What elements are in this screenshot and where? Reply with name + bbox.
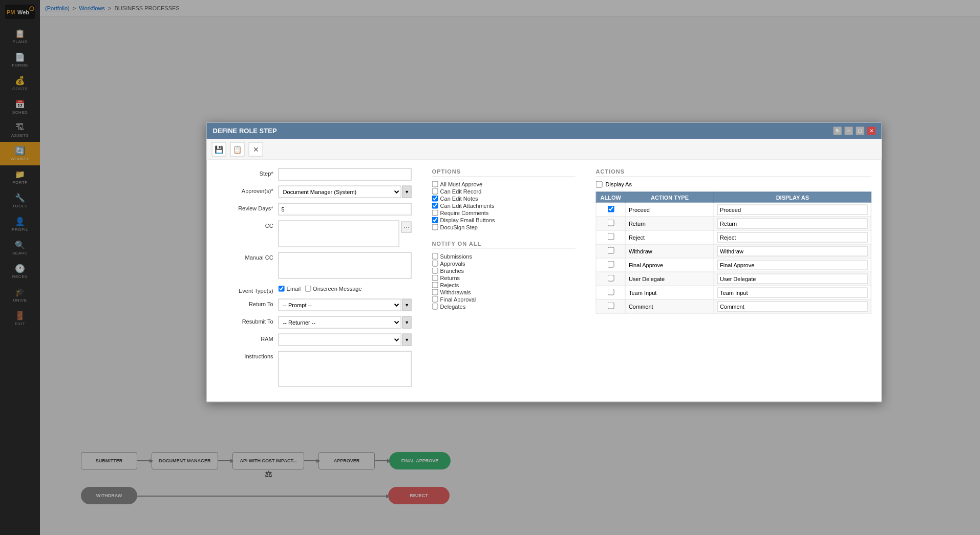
action-type-withdraw: Withdraw <box>625 244 714 258</box>
display-as-proceed-input[interactable] <box>717 204 868 215</box>
action-row-team-input: Team Input <box>596 286 871 299</box>
display-as-user-delegate-input[interactable] <box>717 273 868 284</box>
returns-checkbox[interactable] <box>432 274 438 281</box>
resubmit-to-control: -- Returner -- ▼ <box>279 316 412 328</box>
delegates-checkbox[interactable] <box>432 303 438 309</box>
display-email-buttons-checkbox[interactable] <box>432 217 438 223</box>
action-type-reject: Reject <box>625 230 714 244</box>
submissions-checkbox[interactable] <box>432 253 438 259</box>
opt-can-edit-record: Can Edit Record <box>432 188 576 194</box>
display-as-comment-input[interactable] <box>717 301 868 311</box>
action-type-proceed: Proceed <box>625 203 714 217</box>
notify-withdrawals: Withdrawals <box>432 289 576 295</box>
ram-dropdown-arrow[interactable]: ▼ <box>402 333 412 346</box>
copy-button[interactable]: 📋 <box>230 142 245 156</box>
action-row-reject: Reject <box>596 230 871 244</box>
allow-proceed-checkbox[interactable] <box>607 206 614 212</box>
can-edit-record-checkbox[interactable] <box>432 188 438 194</box>
opt-docusign-step: DocuSign Step <box>432 224 576 230</box>
display-as-return-input[interactable] <box>717 218 868 228</box>
display-as-final-approve-input[interactable] <box>717 260 868 270</box>
cc-control: ⋯ <box>279 220 412 247</box>
action-row-return: Return <box>596 217 871 230</box>
display-as-checkbox[interactable] <box>596 181 603 187</box>
return-to-dropdown-arrow[interactable]: ▼ <box>402 298 412 311</box>
step-label: Step* <box>217 168 279 176</box>
opt-can-edit-notes: Can Edit Notes <box>432 195 576 201</box>
display-as-row: Display As <box>596 181 871 187</box>
opt-can-edit-attachments: Can Edit Attachments <box>432 202 576 208</box>
action-allow-comment <box>596 299 625 313</box>
event-type-control: Email Onscreen Message <box>279 285 412 292</box>
require-comments-checkbox[interactable] <box>432 209 438 216</box>
allow-final-approve-checkbox[interactable] <box>607 261 614 268</box>
review-days-input[interactable] <box>279 203 412 215</box>
manual-cc-textarea[interactable] <box>279 252 412 279</box>
cc-more-button[interactable]: ⋯ <box>401 221 412 232</box>
options-header: OPTIONS <box>432 168 576 177</box>
form-section: Step* Approver(s)* Document Manager (Sys… <box>217 168 412 393</box>
review-days-label: Review Days* <box>217 203 279 211</box>
display-as-team-input-input[interactable] <box>717 287 868 297</box>
notify-branches: Branches <box>432 267 576 273</box>
email-checkbox[interactable] <box>279 285 285 291</box>
modal-body: Step* Approver(s)* Document Manager (Sys… <box>207 160 882 401</box>
display-as-label: Display As <box>606 181 632 187</box>
approver-dropdown-arrow[interactable]: ▼ <box>402 185 412 198</box>
action-row-final-approve: Final Approve <box>596 258 871 272</box>
all-must-approve-checkbox[interactable] <box>432 181 438 187</box>
return-to-row: Return To -- Prompt -- ▼ <box>217 298 412 311</box>
ram-select[interactable] <box>279 333 401 346</box>
allow-team-input-checkbox[interactable] <box>607 289 614 295</box>
review-days-control <box>279 203 412 215</box>
notify-list: Submissions Approvals Branches Returns <box>432 253 576 309</box>
withdrawals-checkbox[interactable] <box>432 289 438 295</box>
modal-refresh-button[interactable]: ↻ <box>834 126 842 135</box>
action-type-user-delegate: User Delegate <box>625 272 714 286</box>
instructions-row: Instructions <box>217 351 412 388</box>
modal-minimize-button[interactable]: ─ <box>845 126 853 135</box>
manual-cc-label: Manual CC <box>217 252 279 260</box>
can-edit-notes-checkbox[interactable] <box>432 195 438 201</box>
cc-textarea[interactable] <box>279 220 399 247</box>
return-to-select[interactable]: -- Prompt -- <box>279 298 401 311</box>
instructions-label: Instructions <box>217 351 279 359</box>
allow-user-delegate-checkbox[interactable] <box>607 275 614 282</box>
opt-display-email-buttons: Display Email Buttons <box>432 217 576 223</box>
branches-checkbox[interactable] <box>432 267 438 273</box>
allow-comment-checkbox[interactable] <box>607 303 614 309</box>
return-to-control: -- Prompt -- ▼ <box>279 298 412 311</box>
resubmit-to-row: Resubmit To -- Returner -- ▼ <box>217 316 412 328</box>
allow-withdraw-checkbox[interactable] <box>607 247 614 254</box>
final-approval-checkbox[interactable] <box>432 296 438 302</box>
display-as-withdraw-input[interactable] <box>717 246 868 256</box>
allow-return-checkbox[interactable] <box>607 220 614 226</box>
save-button[interactable]: 💾 <box>212 142 226 156</box>
approver-select[interactable]: Document Manager (System) <box>279 185 401 198</box>
return-to-label: Return To <box>217 298 279 307</box>
can-edit-attachments-checkbox[interactable] <box>432 202 438 208</box>
step-input[interactable] <box>279 168 412 180</box>
instructions-textarea[interactable] <box>279 351 412 387</box>
col-action-type: ACTION TYPE <box>625 192 714 203</box>
resubmit-to-select-wrap: -- Returner -- ▼ <box>279 316 412 328</box>
onscreen-message-checkbox[interactable] <box>305 285 311 291</box>
action-row-withdraw: Withdraw <box>596 244 871 258</box>
allow-reject-checkbox[interactable] <box>607 233 614 240</box>
docusign-step-checkbox[interactable] <box>432 224 438 230</box>
action-allow-team-input <box>596 286 625 299</box>
modal-maximize-button[interactable]: □ <box>856 126 864 135</box>
resubmit-to-label: Resubmit To <box>217 316 279 324</box>
action-row-user-delegate: User Delegate <box>596 272 871 286</box>
resubmit-to-dropdown-arrow[interactable]: ▼ <box>402 316 412 328</box>
resubmit-to-select[interactable]: -- Returner -- <box>279 316 401 328</box>
rejects-checkbox[interactable] <box>432 282 438 288</box>
return-to-select-wrap: -- Prompt -- ▼ <box>279 298 412 311</box>
approvals-checkbox[interactable] <box>432 260 438 266</box>
close-form-button[interactable]: ✕ <box>249 142 263 156</box>
display-as-reject-input[interactable] <box>717 232 868 242</box>
action-display-comment <box>714 299 871 313</box>
action-row-comment: Comment <box>596 299 871 313</box>
opt-all-must-approve: All Must Approve <box>432 181 576 187</box>
modal-close-button[interactable]: ✕ <box>867 126 876 135</box>
